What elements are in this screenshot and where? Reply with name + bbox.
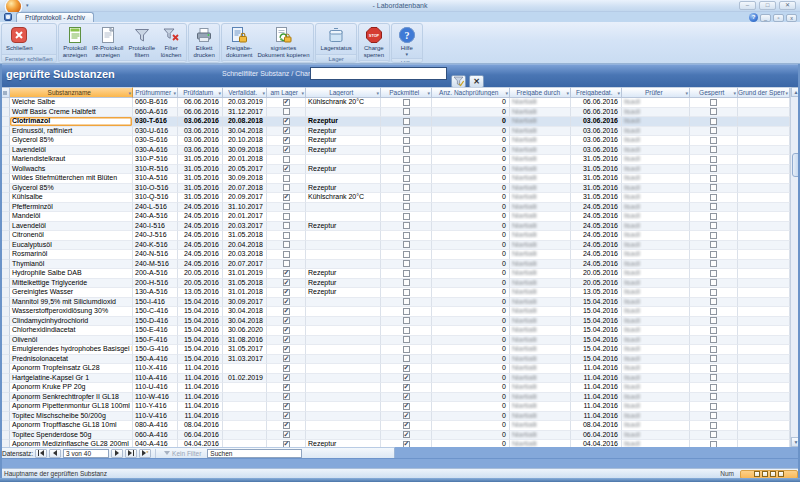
cell-freigabedatum[interactable]: 04.04.2016 xyxy=(571,440,622,447)
table-row[interactable]: Citronenöl240-J-51624.05.201631.05.20180… xyxy=(0,231,790,241)
cell-substanzname[interactable]: Lavendelöl xyxy=(10,222,133,232)
cell-lagerort[interactable] xyxy=(306,212,381,222)
cell-gesperrt[interactable] xyxy=(690,212,738,222)
cell-pruefdatum[interactable]: 31.05.2016 xyxy=(178,184,223,194)
checkbox[interactable] xyxy=(710,327,717,334)
checkbox[interactable] xyxy=(283,127,290,134)
cell-verfalldatum[interactable]: 31.05.2018 xyxy=(223,231,267,241)
cell-gesperrt[interactable] xyxy=(690,193,738,203)
checkbox[interactable] xyxy=(403,365,410,372)
checkbox[interactable] xyxy=(403,241,410,248)
cell-lagerort[interactable]: Rezeptur xyxy=(306,127,381,137)
checkbox[interactable] xyxy=(710,213,717,220)
cell-lagerort[interactable]: Rezeptur xyxy=(306,184,381,194)
cell-grund-der-sperre[interactable] xyxy=(738,383,790,393)
cell-grund-der-sperre[interactable] xyxy=(738,355,790,365)
checkbox[interactable] xyxy=(403,346,410,353)
column-header-am-lager[interactable]: am Lager▾ xyxy=(267,87,306,98)
cell-packmittel[interactable] xyxy=(381,250,432,260)
cell-substanzname[interactable]: Emulgierendes hydrophobes Basisgel DAC xyxy=(10,345,133,355)
cell-gesperrt[interactable] xyxy=(690,402,738,412)
cell-pruefer[interactable]: lisadl xyxy=(622,155,690,165)
cell-pruefdatum[interactable]: 03.06.2016 xyxy=(178,117,223,127)
cell-gesperrt[interactable] xyxy=(690,117,738,127)
cell-grund-der-sperre[interactable] xyxy=(738,212,790,222)
cell-grund-der-sperre[interactable] xyxy=(738,98,790,108)
cell-packmittel[interactable] xyxy=(381,136,432,146)
table-row[interactable]: Erdnussöl, raffiniert030-U-61603.06.2016… xyxy=(0,127,790,137)
cell-lagerort[interactable] xyxy=(306,383,381,393)
cell-pruefdatum[interactable]: 15.04.2016 xyxy=(178,345,223,355)
cell-pruefer[interactable]: lisadl xyxy=(622,212,690,222)
cell-pruefnummer[interactable]: 110-U-416 xyxy=(133,383,178,393)
cell-am-lager[interactable] xyxy=(267,421,306,431)
cell-lagerort[interactable] xyxy=(306,260,381,270)
cell-packmittel[interactable] xyxy=(381,222,432,232)
cell-substanzname[interactable]: Olivenöl xyxy=(10,336,133,346)
cell-freigabedatum[interactable]: 11.04.2016 xyxy=(571,393,622,403)
cell-pruefdatum[interactable]: 15.04.2016 xyxy=(178,317,223,327)
maximize-button[interactable]: □ xyxy=(759,1,776,10)
cell-substanzname[interactable]: Glycerol 85% xyxy=(10,184,133,194)
cell-freigabedatum[interactable]: 31.05.2016 xyxy=(571,174,622,184)
cell-verfalldatum[interactable]: 30.04.2018 xyxy=(223,127,267,137)
cell-am-lager[interactable] xyxy=(267,288,306,298)
column-header-freigabedatum[interactable]: Freigabedat.▾ xyxy=(571,87,622,98)
cell-packmittel[interactable] xyxy=(381,127,432,137)
cell-anz-nachpruefungen[interactable]: 0 xyxy=(432,98,510,108)
table-row[interactable]: Eucalyptusöl240-K-51624.05.201620.04.201… xyxy=(0,241,790,251)
cell-gesperrt[interactable] xyxy=(690,374,738,384)
table-row[interactable]: Olivenöl150-F-41615.04.201631.08.20160Ni… xyxy=(0,336,790,346)
cell-verfalldatum[interactable]: 30.09.2018 xyxy=(223,174,267,184)
cell-anz-nachpruefungen[interactable]: 0 xyxy=(432,440,510,447)
cell-am-lager[interactable] xyxy=(267,269,306,279)
cell-grund-der-sperre[interactable] xyxy=(738,431,790,441)
cell-pruefdatum[interactable]: 24.05.2016 xyxy=(178,222,223,232)
checkbox[interactable] xyxy=(710,232,717,239)
table-row[interactable]: Emulgierendes hydrophobes Basisgel DAC15… xyxy=(0,345,790,355)
cell-pruefer[interactable]: lisadl xyxy=(622,307,690,317)
checkbox[interactable] xyxy=(710,355,717,362)
cell-freigabe-durch[interactable]: Niartialli xyxy=(510,355,571,365)
cell-gesperrt[interactable] xyxy=(690,241,738,251)
checkbox[interactable] xyxy=(283,118,290,125)
cell-freigabedatum[interactable]: 15.04.2016 xyxy=(571,298,622,308)
cell-anz-nachpruefungen[interactable]: 0 xyxy=(432,203,510,213)
cell-pruefer[interactable]: lisadl xyxy=(622,117,690,127)
cell-anz-nachpruefungen[interactable]: 0 xyxy=(432,117,510,127)
cell-substanzname[interactable]: Glycerol 85% xyxy=(10,136,133,146)
cell-am-lager[interactable] xyxy=(267,383,306,393)
checkbox[interactable] xyxy=(403,270,410,277)
cell-freigabedatum[interactable]: 08.04.2016 xyxy=(571,421,622,431)
cell-am-lager[interactable] xyxy=(267,364,306,374)
cell-lagerort[interactable] xyxy=(306,364,381,374)
cell-grund-der-sperre[interactable] xyxy=(738,250,790,260)
cell-anz-nachpruefungen[interactable]: 0 xyxy=(432,402,510,412)
cell-am-lager[interactable] xyxy=(267,326,306,336)
checkbox[interactable] xyxy=(403,184,410,191)
cell-gesperrt[interactable] xyxy=(690,127,738,137)
checkbox[interactable] xyxy=(710,127,717,134)
cell-freigabe-durch[interactable]: Niartialli xyxy=(510,279,571,289)
cell-packmittel[interactable] xyxy=(381,355,432,365)
table-row[interactable]: Chlorhexidindiacetat150-E-41615.04.20163… xyxy=(0,326,790,336)
cell-gesperrt[interactable] xyxy=(690,184,738,194)
cell-substanzname[interactable]: Hartgelatine-Kapsel Gr 1 xyxy=(10,374,133,384)
checkbox[interactable] xyxy=(283,336,290,343)
cell-gesperrt[interactable] xyxy=(690,260,738,270)
checkbox[interactable] xyxy=(283,146,290,153)
cell-pruefdatum[interactable]: 20.05.2016 xyxy=(178,279,223,289)
filter-button[interactable]: Protokolle filtern xyxy=(126,25,157,59)
cell-substanzname[interactable]: Topitec Spenderdose 50g xyxy=(10,431,133,441)
checkbox[interactable] xyxy=(403,137,410,144)
label-print-button[interactable]: Etikett drucken xyxy=(191,25,217,59)
checkbox[interactable] xyxy=(283,241,290,248)
cell-freigabe-durch[interactable]: Niartialli xyxy=(510,440,571,447)
checkbox[interactable] xyxy=(283,317,290,324)
cell-pruefnummer[interactable]: 310-Q-516 xyxy=(133,193,178,203)
cell-pruefdatum[interactable]: 15.04.2016 xyxy=(178,326,223,336)
cell-gesperrt[interactable] xyxy=(690,298,738,308)
cell-anz-nachpruefungen[interactable]: 0 xyxy=(432,374,510,384)
checkbox[interactable] xyxy=(403,203,410,210)
table-row[interactable]: Mariendistelkraut310-P-51631.05.201620.0… xyxy=(0,155,790,165)
